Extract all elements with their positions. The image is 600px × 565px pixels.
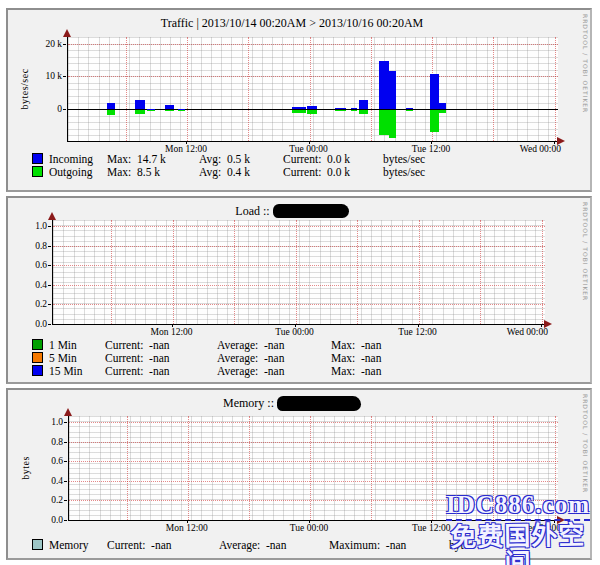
y-tick-mark: [63, 109, 66, 110]
rrdtool-signature: RRDTOOL / TOBI OETIKER: [582, 394, 589, 493]
idc886-watermark: IDC886.com 免费国外空间: [438, 492, 598, 565]
y-tick-label: 0.0: [12, 319, 47, 329]
rrdtool-signature: RRDTOOL / TOBI OETIKER: [582, 202, 589, 301]
y-tick-mark: [63, 76, 66, 77]
legend-stat: Max: 8.5 k: [107, 166, 199, 178]
y-tick-label: 0.6: [12, 260, 47, 270]
legend-stat: Avg: 0.4 k: [199, 166, 283, 178]
y-tick-mark: [64, 442, 67, 443]
x-tick-mark: [186, 141, 187, 144]
y-axis-arrow: [64, 408, 72, 416]
major-grid-line: [126, 37, 127, 141]
x-tick-label: Tue 00:00: [290, 523, 328, 533]
x-tick-mark: [187, 520, 188, 523]
traffic-graph-panel: Traffic | 2013/10/14 00:20AM > 2013/10/1…: [6, 8, 592, 192]
major-grid-line: [53, 285, 545, 286]
x-axis-arrow: [557, 137, 565, 145]
x-tick-mark: [554, 141, 555, 144]
x-tick-mark: [172, 324, 173, 327]
legend-swatch-outgoing: [32, 166, 43, 177]
x-tick-label: Mon 12:00: [166, 523, 208, 533]
major-grid-line: [493, 37, 494, 141]
watermark-site-link[interactable]: IDC886.com: [446, 492, 590, 521]
legend-swatch-5-min: [32, 352, 43, 363]
incoming-bar: [165, 105, 174, 109]
load-title-text: Load ::: [235, 204, 269, 219]
legend-stat: Current: -nan: [105, 339, 217, 351]
outgoing-bar: [107, 110, 115, 115]
major-grid-line: [69, 461, 558, 462]
x-tick-mark: [431, 520, 432, 523]
y-tick-label: 0: [27, 104, 62, 114]
legend-row: OutgoingMax: 8.5 kAvg: 0.4 kCurrent: 0.0…: [32, 165, 425, 178]
legend-series-name: 15 Min: [49, 365, 105, 377]
legend-stat: Current: -nan: [105, 352, 217, 364]
major-grid-line: [187, 37, 188, 141]
incoming-bar: [135, 100, 144, 109]
y-axis-label: bytes/sec: [19, 68, 30, 109]
x-tick-mark: [309, 520, 310, 523]
legend-stat: Current: -nan: [105, 365, 217, 377]
y-tick-label: 0.2: [28, 495, 63, 505]
y-tick-label: 20 k: [27, 39, 62, 49]
major-grid-line: [310, 37, 311, 141]
legend-swatch-memory: [32, 539, 43, 550]
major-grid-line: [296, 220, 297, 324]
outgoing-bar: [389, 110, 396, 138]
major-grid-line: [357, 220, 358, 324]
y-tick-label: 0.8: [12, 241, 47, 251]
outgoing-bar: [379, 110, 388, 135]
major-grid-line: [419, 220, 420, 324]
outgoing-bar: [335, 110, 345, 111]
y-axis-arrow: [48, 212, 56, 220]
y-tick-mark: [64, 461, 67, 462]
legend-row: 15 MinCurrent: -nanAverage: -nanMax: -na…: [32, 364, 423, 377]
major-grid-line: [234, 220, 235, 324]
x-tick-mark: [431, 141, 432, 144]
watermark-caption: 免费国外空间: [438, 522, 599, 565]
y-tick-mark: [64, 520, 67, 521]
outgoing-bar: [292, 110, 306, 113]
y-tick-mark: [48, 226, 51, 227]
y-tick-label: 0.0: [28, 515, 63, 525]
legend-stat: Average: -nan: [219, 539, 329, 551]
y-tick-label: 1.0: [28, 417, 63, 427]
y-axis-arrow: [63, 29, 71, 37]
legend-swatch-1-min: [32, 339, 43, 350]
y-tick-label: 0.6: [28, 456, 63, 466]
outgoing-bar: [406, 110, 413, 111]
legend-stat: Max: 14.7 k: [107, 153, 199, 165]
legend-series-name: 1 Min: [49, 339, 105, 351]
x-tick-label: Tue 12:00: [398, 327, 436, 337]
y-tick-label: 10 k: [27, 71, 62, 81]
load-graph-panel: Load :: 0.00.20.40.60.81.0Mon 12:00Tue 0…: [6, 196, 592, 384]
legend-row: 1 MinCurrent: -nanAverage: -nanMax: -nan: [32, 338, 423, 351]
y-axis-label: bytes: [20, 456, 31, 480]
legend-stat: Average: -nan: [217, 352, 331, 364]
load-graph-title: Load ::: [8, 203, 576, 219]
incoming-bar: [389, 71, 396, 109]
major-grid-line: [69, 442, 558, 443]
legend-swatch-incoming: [32, 153, 43, 164]
x-tick-label: Tue 00:00: [275, 327, 313, 337]
major-grid-line: [53, 265, 545, 266]
redacted-hostname: [277, 396, 361, 411]
major-grid-line: [555, 37, 556, 141]
y-tick-mark: [64, 500, 67, 501]
legend-stat: Current: -nan: [107, 539, 219, 551]
y-tick-label: 0.4: [28, 476, 63, 486]
traffic-title-text: Traffic | 2013/10/14 00:20AM > 2013/10/1…: [161, 16, 424, 31]
memory-legend: MemoryCurrent: -nanAverage: -nanMaximum:…: [32, 538, 473, 551]
outgoing-bar: [430, 110, 438, 132]
y-tick-mark: [64, 481, 67, 482]
traffic-plot-area: 010 k20 kMon 12:00Tue 00:00Tue 12:00Wed …: [67, 37, 557, 141]
rrdtool-signature: RRDTOOL / TOBI OETIKER: [582, 14, 589, 113]
legend-stat: Avg: 0.5 k: [199, 153, 283, 165]
legend-unit: bytes/sec: [383, 153, 425, 165]
incoming-bar: [406, 108, 413, 110]
legend-stat: Average: -nan: [217, 339, 331, 351]
legend-series-name: Outgoing: [49, 166, 107, 178]
incoming-bar: [379, 61, 388, 109]
major-grid-line: [249, 416, 250, 520]
redacted-hostname: [273, 204, 349, 218]
